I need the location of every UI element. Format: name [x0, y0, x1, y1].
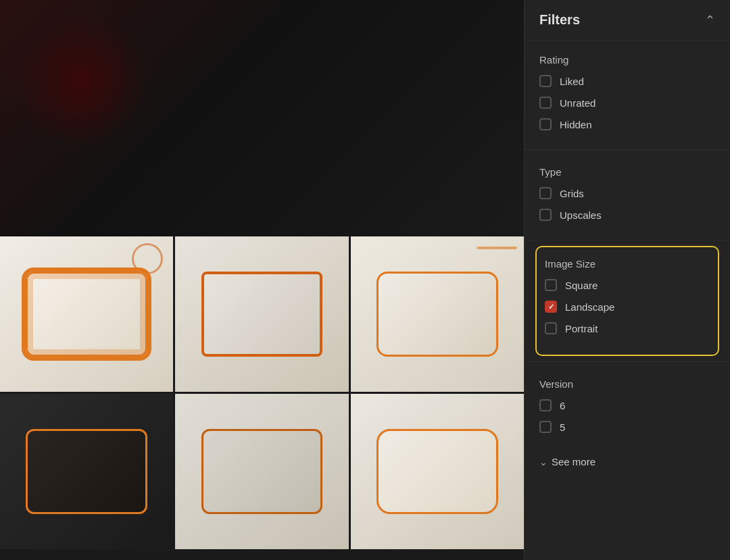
filter-option-upscales[interactable]: Upscales: [539, 209, 715, 221]
checkbox-v6[interactable]: [539, 399, 552, 411]
checkbox-v5[interactable]: [539, 421, 552, 433]
filter-option-portrait[interactable]: Portrait: [545, 322, 710, 334]
filter-header: Filters ⌃: [525, 0, 730, 41]
hidden-label: Hidden: [560, 119, 592, 130]
grids-label: Grids: [560, 188, 584, 199]
grid-cell-3: [351, 236, 524, 392]
v5-label: 5: [560, 422, 565, 433]
device-image-5: [175, 394, 348, 549]
device-image-1: [0, 236, 173, 392]
type-label: Type: [539, 166, 715, 178]
divider-2: [525, 240, 730, 240]
checkbox-grids[interactable]: [539, 187, 552, 199]
filter-title: Filters: [539, 12, 580, 28]
checkbox-liked[interactable]: [539, 75, 552, 87]
checkbox-square[interactable]: [545, 279, 557, 291]
image-grid: [0, 236, 524, 560]
grid-cell-1: [0, 236, 173, 392]
version-section: Version 6 5: [525, 365, 730, 449]
device-shape-5: [201, 429, 322, 515]
checkbox-portrait[interactable]: [545, 322, 557, 334]
version-label: Version: [539, 378, 715, 390]
filter-option-square[interactable]: Square: [545, 279, 710, 291]
divider-1: [525, 149, 730, 150]
device-image-3: [351, 236, 524, 392]
see-more-label: See more: [552, 456, 595, 467]
filter-panel: Filters ⌃ Rating Liked Unrated Hidden Ty…: [524, 0, 730, 560]
device-image-4: [0, 394, 173, 549]
grid-cell-4: [0, 394, 173, 549]
device-shape-4: [26, 429, 147, 515]
image-size-section: Image Size Square Landscape Portrait: [535, 246, 719, 356]
device-shape-6: [376, 429, 497, 515]
top-image: [0, 0, 524, 236]
device-image-2: [175, 236, 348, 392]
device-shape-2: [201, 272, 322, 357]
checkbox-hidden[interactable]: [539, 118, 552, 130]
checkbox-upscales[interactable]: [539, 209, 552, 221]
square-label: Square: [565, 280, 598, 291]
filter-option-hidden[interactable]: Hidden: [539, 118, 715, 130]
device-image-6: [351, 394, 524, 549]
grid-cell-5: [175, 394, 348, 549]
filter-option-liked[interactable]: Liked: [539, 75, 715, 87]
type-section: Type Grids Upscales: [525, 153, 730, 237]
rating-section: Rating Liked Unrated Hidden: [525, 41, 730, 147]
v6-label: 6: [560, 400, 565, 411]
gallery-area: [0, 0, 524, 560]
portrait-label: Portrait: [565, 323, 598, 334]
filter-option-v6[interactable]: 6: [539, 399, 715, 411]
see-more-button[interactable]: ⌄ See more: [525, 449, 730, 478]
filter-option-v5[interactable]: 5: [539, 421, 715, 433]
landscape-label: Landscape: [565, 301, 614, 313]
device-shape-1: [26, 272, 147, 357]
see-more-chevron-icon: ⌄: [539, 457, 548, 467]
filter-option-unrated[interactable]: Unrated: [539, 97, 715, 109]
device-shape-3: [376, 272, 497, 357]
filter-option-grids[interactable]: Grids: [539, 187, 715, 199]
collapse-icon[interactable]: ⌃: [705, 13, 715, 28]
rating-label: Rating: [539, 54, 715, 66]
upscales-label: Upscales: [560, 209, 602, 221]
hero-image: [0, 0, 524, 236]
liked-label: Liked: [560, 76, 584, 87]
checkbox-unrated[interactable]: [539, 97, 552, 109]
divider-3: [525, 361, 730, 362]
image-size-label: Image Size: [545, 258, 710, 270]
unrated-label: Unrated: [560, 97, 595, 109]
checkbox-landscape[interactable]: [545, 301, 557, 313]
grid-cell-6: [351, 394, 524, 549]
grid-cell-2: [175, 236, 348, 392]
filter-option-landscape[interactable]: Landscape: [545, 301, 710, 313]
